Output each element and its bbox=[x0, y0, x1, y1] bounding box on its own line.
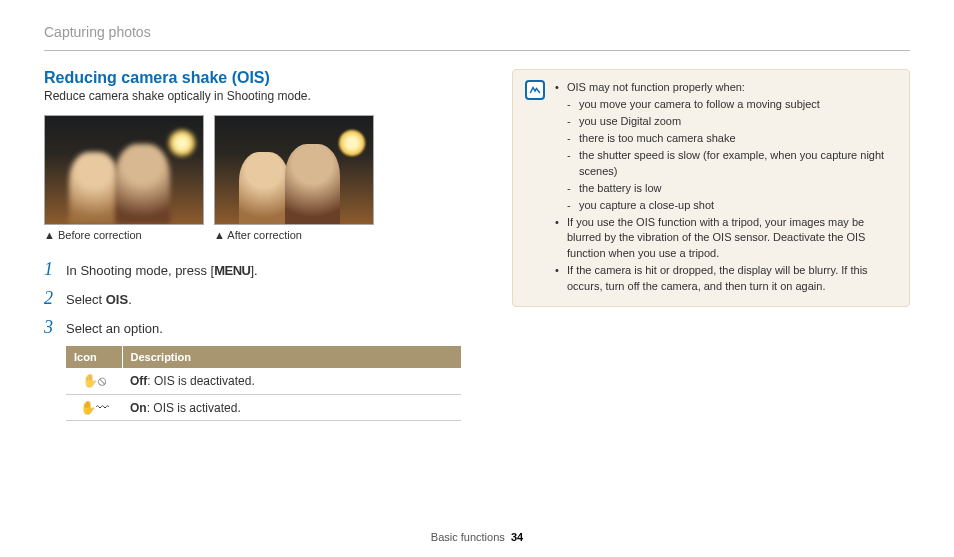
footer-label: Basic functions bbox=[431, 531, 505, 543]
step-number: 1 bbox=[44, 259, 66, 280]
step-number: 3 bbox=[44, 317, 66, 338]
table-row: ✋⦸ Off: OIS is deactivated. bbox=[66, 368, 461, 395]
note-subitem: the shutter speed is slow (for example, … bbox=[567, 148, 897, 180]
step-1-text-post: ]. bbox=[250, 263, 257, 278]
divider bbox=[44, 50, 910, 51]
page-title: Reducing camera shake (OIS) bbox=[44, 69, 464, 87]
page-number: 34 bbox=[511, 531, 523, 543]
menu-button-label: MENU bbox=[214, 263, 250, 278]
step-1-text-pre: In Shooting mode, press [ bbox=[66, 263, 214, 278]
note-subitem: there is too much camera shake bbox=[567, 131, 897, 147]
step-2-text-pre: Select bbox=[66, 292, 106, 307]
note-subitem: you move your camera to follow a moving … bbox=[567, 97, 897, 113]
row-label-bold: On bbox=[130, 401, 147, 415]
step-number: 2 bbox=[44, 288, 66, 309]
col-icon: Icon bbox=[66, 346, 122, 368]
note-icon bbox=[525, 80, 545, 100]
note-subitem: the battery is low bbox=[567, 181, 897, 197]
page-footer: Basic functions 34 bbox=[0, 531, 954, 543]
row-label-bold: Off bbox=[130, 374, 147, 388]
row-label-rest: : OIS is deactivated. bbox=[147, 374, 254, 388]
step-2-text-post: . bbox=[128, 292, 132, 307]
ois-off-icon: ✋⦸ bbox=[82, 373, 106, 389]
col-description: Description bbox=[122, 346, 461, 368]
intro-text: Reduce camera shake optically in Shootin… bbox=[44, 89, 464, 103]
note-item: OIS may not function properly when:you m… bbox=[555, 80, 897, 214]
steps-list: 1 In Shooting mode, press [MENU]. 2 Sele… bbox=[44, 259, 464, 338]
note-subitem: you capture a close-up shot bbox=[567, 198, 897, 214]
section-header: Capturing photos bbox=[44, 24, 910, 40]
right-column: OIS may not function properly when:you m… bbox=[512, 69, 910, 421]
note-subitem: you use Digital zoom bbox=[567, 114, 897, 130]
note-item: If you use the OIS function with a tripo… bbox=[555, 215, 897, 263]
left-column: Reducing camera shake (OIS) Reduce camer… bbox=[44, 69, 464, 421]
options-table: Icon Description ✋⦸ Off: OIS is deactiva… bbox=[66, 346, 461, 421]
caption-after: ▲ After correction bbox=[214, 229, 374, 241]
caption-before: ▲ Before correction bbox=[44, 229, 204, 241]
row-label-rest: : OIS is activated. bbox=[147, 401, 241, 415]
note-item: If the camera is hit or dropped, the dis… bbox=[555, 263, 897, 295]
note-box: OIS may not function properly when:you m… bbox=[512, 69, 910, 307]
ois-on-icon: ✋〰 bbox=[80, 400, 109, 415]
step-2-bold: OIS bbox=[106, 292, 128, 307]
step-3-text: Select an option. bbox=[66, 321, 163, 336]
thumb-after-correction bbox=[214, 115, 374, 225]
thumb-before-correction bbox=[44, 115, 204, 225]
example-images bbox=[44, 115, 464, 225]
table-row: ✋〰 On: OIS is activated. bbox=[66, 395, 461, 421]
